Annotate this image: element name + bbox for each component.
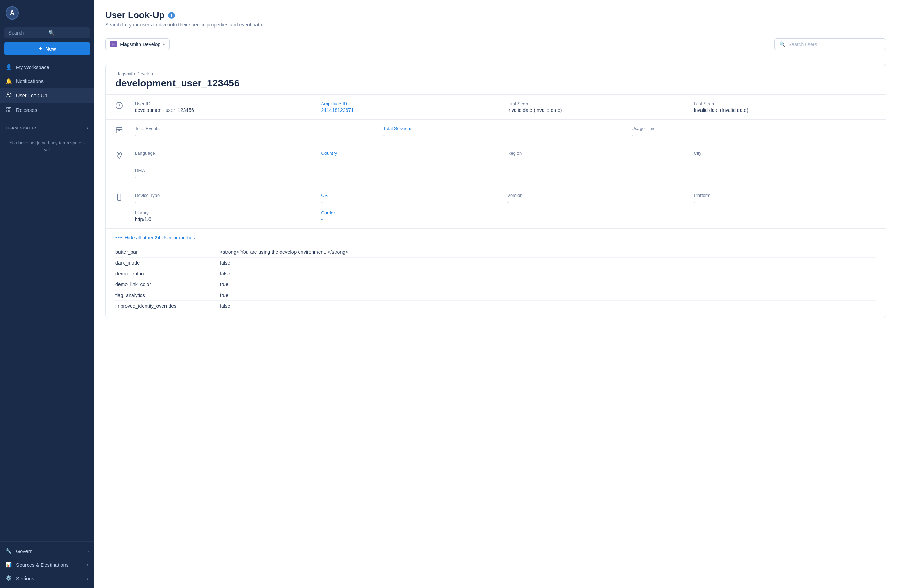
device-icon bbox=[115, 193, 128, 222]
svg-rect-3 bbox=[9, 110, 11, 112]
search-users-placeholder: Search users bbox=[788, 41, 817, 47]
svg-rect-1 bbox=[7, 107, 8, 109]
property-value: <strong> You are using the develop envir… bbox=[220, 249, 348, 255]
team-spaces-header: TEAM SPACES › bbox=[0, 121, 94, 133]
settings-chevron: › bbox=[87, 576, 89, 581]
wrench-icon: 🔧 bbox=[6, 548, 12, 554]
country-field: Country - bbox=[321, 150, 504, 162]
last-seen-field: Last Seen Invalid date (Invalid date) bbox=[694, 101, 876, 113]
hide-properties-link[interactable]: ••• Hide all other 24 User properties bbox=[115, 235, 876, 240]
total-sessions-field: Total Sessions - bbox=[383, 126, 628, 138]
svg-point-0 bbox=[7, 93, 9, 95]
svg-rect-2 bbox=[9, 107, 11, 109]
env-label: Flagsmith Develop bbox=[120, 41, 160, 47]
sources-chevron: › bbox=[87, 562, 89, 567]
sidebar-logo: A bbox=[0, 0, 94, 26]
total-events-field: Total Events - bbox=[135, 126, 379, 138]
events-icon bbox=[115, 126, 128, 138]
language-field: Language - bbox=[135, 150, 317, 162]
env-badge: F bbox=[110, 41, 117, 47]
first-seen-field: First Seen Invalid date (Invalid date) bbox=[507, 101, 690, 113]
region-field: Region - bbox=[507, 150, 690, 162]
user-detail-header: Flagsmith Develop development_user_12345… bbox=[106, 64, 885, 95]
toolbar: F Flagsmith Develop ▾ 🔍 Search users bbox=[94, 34, 897, 55]
property-row: demo_featurefalse bbox=[115, 268, 876, 279]
svg-rect-4 bbox=[7, 110, 8, 112]
environment-dropdown[interactable]: F Flagsmith Develop ▾ bbox=[105, 38, 170, 50]
os-field: OS - bbox=[321, 193, 504, 205]
sidebar-nav: 👤 My Workspace 🔔 Notifications User Look… bbox=[0, 60, 94, 121]
properties-section: ••• Hide all other 24 User properties bu… bbox=[106, 229, 885, 317]
search-label: Search bbox=[8, 30, 46, 35]
sidebar-bottom: 🔧 Govern › 📊 Sources & Destinations › ⚙️… bbox=[0, 541, 94, 588]
dma-field: DMA - bbox=[135, 168, 317, 180]
device-section: Device Type - OS - Version - Platform - … bbox=[106, 187, 885, 229]
carrier-field: Carrier - bbox=[321, 210, 504, 222]
user-id-field: User ID development_user_123456 bbox=[135, 101, 317, 113]
sidebar-item-user-lookup[interactable]: User Look-Up bbox=[0, 88, 94, 103]
sidebar-item-sources-destinations[interactable]: 📊 Sources & Destinations › bbox=[0, 558, 94, 572]
version-field: Version - bbox=[507, 193, 690, 205]
sidebar-item-my-workspace[interactable]: 👤 My Workspace bbox=[0, 60, 94, 74]
search-bar[interactable]: Search 🔍 bbox=[4, 27, 90, 38]
sidebar-item-releases[interactable]: Releases bbox=[0, 103, 94, 118]
identity-section: User ID development_user_123456 Amplitud… bbox=[106, 95, 885, 119]
device-type-field: Device Type - bbox=[135, 193, 317, 205]
property-value: true bbox=[220, 292, 228, 298]
gear-icon: ⚙️ bbox=[6, 576, 12, 581]
main-content: User Look-Up i Search for your users to … bbox=[94, 0, 897, 588]
dropdown-caret-icon: ▾ bbox=[163, 42, 165, 47]
identity-icon bbox=[115, 101, 128, 113]
property-row: flag_analyticstrue bbox=[115, 290, 876, 301]
platform-field: Platform - bbox=[694, 193, 876, 205]
users-icon bbox=[6, 92, 12, 99]
property-key: flag_analytics bbox=[115, 292, 220, 298]
team-spaces-empty: You have not joined any team spaces yet bbox=[0, 133, 94, 159]
sidebar-item-notifications[interactable]: 🔔 Notifications bbox=[0, 74, 94, 88]
events-section: Total Events - Total Sessions - Usage Ti… bbox=[106, 119, 885, 144]
chart-icon: 📊 bbox=[6, 562, 12, 568]
search-users-input[interactable]: 🔍 Search users bbox=[775, 38, 886, 50]
property-key: demo_link_color bbox=[115, 282, 220, 287]
property-value: true bbox=[220, 282, 228, 287]
property-row: dark_modefalse bbox=[115, 257, 876, 268]
plus-icon: ＋ bbox=[38, 45, 43, 52]
usage-time-field: Usage Time - bbox=[631, 126, 876, 138]
property-key: butter_bar bbox=[115, 249, 220, 255]
page-title: User Look-Up i bbox=[105, 10, 886, 21]
user-detail-panel: Flagsmith Develop development_user_12345… bbox=[105, 64, 886, 318]
identity-fields: User ID development_user_123456 Amplitud… bbox=[135, 101, 876, 113]
info-icon[interactable]: i bbox=[168, 12, 175, 19]
events-fields: Total Events - Total Sessions - Usage Ti… bbox=[135, 126, 876, 138]
new-button[interactable]: ＋ New bbox=[4, 42, 90, 55]
library-field: Library http/1.0 bbox=[135, 210, 317, 222]
sidebar: A Search 🔍 ＋ New 👤 My Workspace 🔔 Notifi… bbox=[0, 0, 94, 588]
property-row: improved_identity_overridesfalse bbox=[115, 301, 876, 311]
device-fields: Device Type - OS - Version - Platform - … bbox=[135, 193, 876, 222]
logo-icon[interactable]: A bbox=[6, 6, 19, 20]
search-icon: 🔍 bbox=[49, 30, 86, 35]
property-value: false bbox=[220, 303, 230, 309]
property-row: butter_bar<strong> You are using the dev… bbox=[115, 247, 876, 257]
location-icon bbox=[115, 150, 128, 180]
page-header: User Look-Up i Search for your users to … bbox=[94, 0, 897, 34]
location-fields: Language - Country - Region - City - DMA bbox=[135, 150, 876, 180]
team-spaces-chevron[interactable]: › bbox=[87, 125, 89, 130]
property-key: dark_mode bbox=[115, 260, 220, 266]
sidebar-item-settings[interactable]: ⚙️ Settings › bbox=[0, 572, 94, 585]
sidebar-item-govern[interactable]: 🔧 Govern › bbox=[0, 544, 94, 558]
city-field: City - bbox=[694, 150, 876, 162]
govern-chevron: › bbox=[87, 549, 89, 554]
username: development_user_123456 bbox=[115, 78, 876, 89]
amplitude-id-field: Amplitude ID 241418122671 bbox=[321, 101, 504, 113]
search-users-icon: 🔍 bbox=[779, 41, 785, 47]
property-row: demo_link_colortrue bbox=[115, 279, 876, 290]
location-section: Language - Country - Region - City - DMA bbox=[106, 144, 885, 187]
property-key: improved_identity_overrides bbox=[115, 303, 220, 309]
property-value: false bbox=[220, 260, 230, 266]
property-key: demo_feature bbox=[115, 271, 220, 276]
page-subtitle: Search for your users to dive into their… bbox=[105, 22, 886, 28]
properties-table: butter_bar<strong> You are using the dev… bbox=[115, 247, 876, 311]
user-env-label: Flagsmith Develop bbox=[115, 71, 876, 77]
releases-icon bbox=[6, 107, 12, 113]
